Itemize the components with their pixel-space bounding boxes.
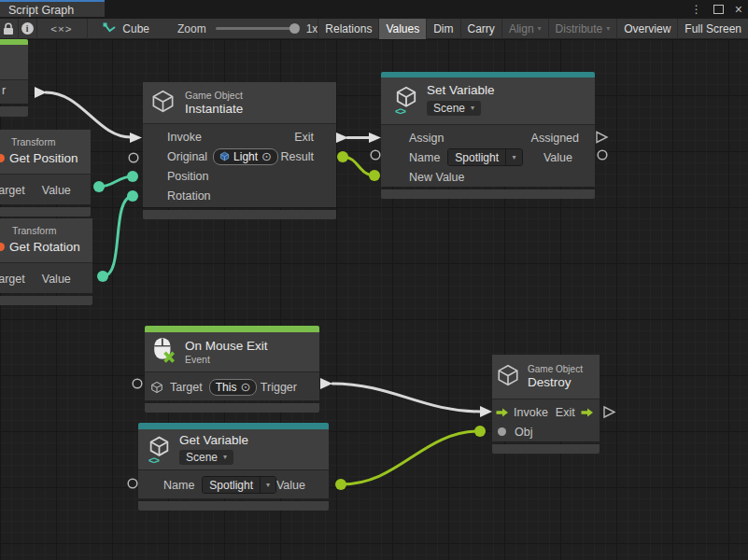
- node-title: Get Variable: [179, 433, 248, 448]
- target-object-field[interactable]: This ⊙: [209, 379, 258, 396]
- variable-angle-icon: <>: [395, 105, 405, 117]
- rotation-port-label[interactable]: Rotation: [143, 189, 211, 203]
- node-title: Instantiate: [185, 102, 243, 117]
- graph-canvas[interactable]: [0, 39, 748, 560]
- node-footer: [145, 403, 319, 413]
- node-footer: [0, 106, 28, 117]
- node-title: Destroy: [528, 375, 583, 390]
- value-port-label[interactable]: Value: [543, 151, 595, 164]
- position-port-label[interactable]: Position: [143, 170, 208, 183]
- transform-icon: [0, 154, 5, 162]
- node-category: Game Object: [185, 90, 243, 102]
- variable-scope-dropdown[interactable]: Scene ▾: [179, 450, 233, 465]
- full-screen-button[interactable]: Full Screen: [677, 19, 748, 39]
- object-picker-icon[interactable]: ⊙: [240, 381, 250, 393]
- variable-scope-dropdown[interactable]: Scene ▾: [427, 101, 481, 116]
- info-button[interactable]: i: [19, 19, 36, 39]
- chevron-down-icon: ▾: [223, 454, 227, 461]
- result-port-label[interactable]: Result: [281, 150, 336, 163]
- chevron-down-icon: ▾: [513, 154, 516, 161]
- zoom-slider-knob[interactable]: [289, 23, 300, 34]
- window-controls: ⋮ ×: [691, 0, 742, 19]
- variable-name-dropdown[interactable]: Spotlight ▾: [447, 148, 523, 166]
- node-get-variable[interactable]: <> Get Variable Scene ▾ Name Spotlight ▾…: [138, 423, 329, 511]
- original-object-field[interactable]: Light ⊙: [213, 148, 278, 165]
- tab-bar: Script Graph ⋮ ×: [0, 0, 748, 19]
- game-object-mini-icon: [150, 381, 163, 394]
- invoke-port-label[interactable]: Invoke: [143, 131, 202, 144]
- dim-button[interactable]: Dim: [426, 19, 459, 39]
- node-title: On Mouse Exit: [185, 339, 268, 354]
- align-button[interactable]: Align ▾: [501, 19, 548, 39]
- graph-toolbar: i <×> Cube Zoom 1x Relations Values: [0, 19, 748, 39]
- transform-icon: [0, 243, 5, 251]
- node-event-partial[interactable]: r: [0, 39, 28, 117]
- lock-icon-glyph: [3, 22, 14, 35]
- variable-name-dropdown[interactable]: Spotlight ▾: [202, 476, 276, 494]
- node-set-variable[interactable]: <> Set Variable Scene ▾ Assign Assigned …: [381, 72, 595, 199]
- lock-icon[interactable]: [0, 19, 18, 39]
- target-port-label[interactable]: Target: [170, 381, 203, 394]
- original-value: Light: [233, 150, 258, 163]
- target-port-label: Target: [0, 184, 25, 197]
- original-port-label[interactable]: Original: [143, 150, 207, 163]
- assigned-port-label[interactable]: Assigned: [531, 132, 595, 145]
- carry-button[interactable]: Carry: [460, 19, 501, 39]
- node-footer: [143, 210, 336, 219]
- invoke-port-label[interactable]: Invoke: [514, 406, 548, 419]
- node-get-position[interactable]: Transform Get Position Target Value: [0, 130, 91, 217]
- zoom-slider[interactable]: [216, 27, 298, 30]
- code-icon: <×>: [50, 23, 72, 35]
- code-view-button[interactable]: <×>: [36, 19, 86, 39]
- window-menu-icon[interactable]: ⋮: [691, 3, 702, 16]
- flow-arrow-icon: [581, 408, 594, 417]
- exit-port-label[interactable]: Exit: [556, 406, 575, 419]
- trigger-port-label[interactable]: Trigger: [261, 381, 319, 394]
- name-port-label[interactable]: Name: [138, 479, 194, 492]
- zoom-control: Zoom 1x: [177, 22, 318, 35]
- value-port-label[interactable]: Value: [276, 479, 329, 492]
- chevron-down-icon: ▾: [538, 25, 542, 33]
- assign-port-label[interactable]: Assign: [381, 132, 445, 145]
- distribute-button[interactable]: Distribute ▾: [548, 19, 617, 39]
- node-instantiate[interactable]: Game Object Instantiate Invoke Exit Orig…: [143, 82, 336, 219]
- node-destroy[interactable]: Game Object Destroy Invoke Exit Obj: [492, 355, 600, 454]
- tab-script-graph[interactable]: Script Graph: [0, 0, 105, 17]
- new-value-port-label[interactable]: New Value: [381, 171, 465, 184]
- node-category: Game Object: [528, 363, 583, 375]
- zoom-label: Zoom: [177, 22, 206, 35]
- node-title: Set Variable: [427, 83, 495, 98]
- target-port-label: Target: [0, 273, 25, 286]
- object-picker-icon[interactable]: ⊙: [261, 150, 272, 162]
- values-button[interactable]: Values: [378, 19, 426, 39]
- graph-breadcrumb[interactable]: Cube: [103, 22, 149, 35]
- node-footer: [0, 296, 92, 305]
- target-value: This: [216, 381, 237, 394]
- value-port-label: Value: [42, 273, 71, 286]
- node-category: Transform: [11, 136, 55, 148]
- node-on-mouse-exit[interactable]: On Mouse Exit Event Target This ⊙ Trigge…: [145, 326, 319, 413]
- game-object-cube-icon: [150, 89, 176, 118]
- game-object-mini-icon: [219, 151, 230, 161]
- node-footer: [381, 189, 595, 199]
- node-header: [0, 45, 28, 79]
- exit-port-label[interactable]: Exit: [294, 131, 336, 144]
- name-port-label[interactable]: Name: [381, 151, 440, 164]
- event-node-bar: [145, 326, 319, 332]
- unity-logo-icon: <>: [148, 435, 171, 462]
- chevron-down-icon: ▾: [266, 482, 270, 489]
- variable-angle-icon: <>: [148, 455, 159, 466]
- mouse-event-icon: [152, 337, 176, 367]
- overview-button[interactable]: Overview: [616, 19, 677, 39]
- divider: [87, 19, 88, 39]
- relations-button[interactable]: Relations: [318, 19, 378, 39]
- close-icon[interactable]: ×: [735, 3, 742, 16]
- obj-port-label[interactable]: Obj: [515, 426, 532, 439]
- node-get-rotation[interactable]: Transform Get Rotation Target Value: [0, 218, 92, 305]
- node-title: Get Rotation: [9, 240, 80, 255]
- graph-name: Cube: [122, 22, 149, 35]
- zoom-value: 1x: [306, 22, 318, 35]
- maximize-icon[interactable]: [713, 5, 724, 14]
- node-footer: [492, 444, 600, 454]
- obj-port-dot-icon: [498, 427, 506, 436]
